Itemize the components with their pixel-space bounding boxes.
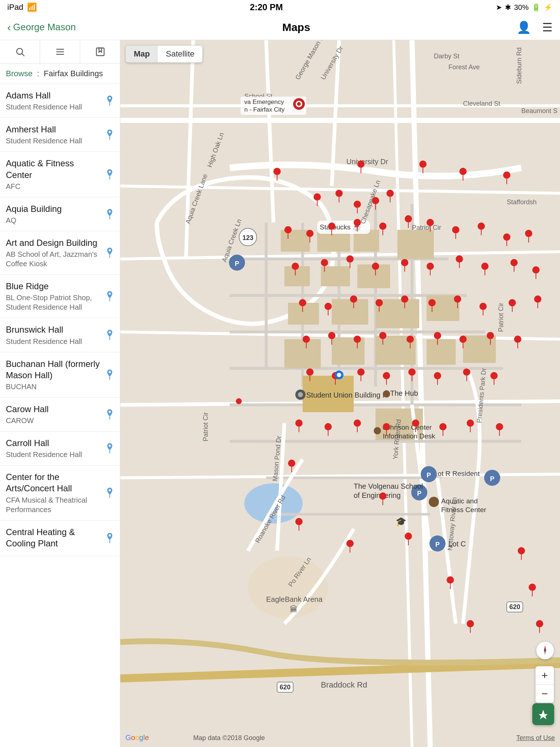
building-subtitle: Student Residence Hall bbox=[6, 136, 102, 146]
svg-point-196 bbox=[509, 299, 516, 306]
svg-point-152 bbox=[452, 226, 459, 233]
status-right: ➤ ✱ 30% 🔋 ⚡ bbox=[496, 3, 553, 12]
building-subtitle: Student Residence Hall bbox=[6, 450, 102, 459]
building-list[interactable]: Adams Hall Student Residence Hall Amhers… bbox=[0, 84, 120, 747]
building-subtitle: AFC bbox=[6, 182, 102, 191]
svg-text:Fitness Center: Fitness Center bbox=[441, 506, 486, 514]
map-pin-icon bbox=[105, 330, 114, 340]
bookmark-button[interactable] bbox=[80, 40, 120, 63]
map-view-button[interactable]: Map bbox=[126, 46, 158, 62]
zoom-out-button[interactable]: − bbox=[536, 685, 554, 703]
svg-point-122 bbox=[419, 160, 427, 168]
list-item[interactable]: Adams Hall Student Residence Hall bbox=[0, 84, 120, 118]
list-item[interactable]: Art and Design Building AB School of Art… bbox=[0, 231, 120, 275]
svg-text:620: 620 bbox=[280, 684, 291, 691]
compass-button[interactable] bbox=[536, 641, 554, 659]
svg-point-266 bbox=[529, 584, 536, 591]
back-label: George Mason bbox=[13, 22, 76, 33]
list-item[interactable]: Amherst Hall Student Residence Hall bbox=[0, 118, 120, 152]
map-pin-icon bbox=[105, 533, 114, 543]
svg-point-184 bbox=[350, 295, 357, 303]
list-item[interactable]: Carroll Hall Student Residence Hall bbox=[0, 431, 120, 465]
building-name: Buchanan Hall (formerly Mason Hall) bbox=[6, 358, 102, 381]
building-info: Buchanan Hall (formerly Mason Hall) BUCH… bbox=[6, 358, 102, 391]
terms-link[interactable]: Terms of Use bbox=[516, 734, 555, 742]
list-item[interactable]: Buchanan Hall (formerly Mason Hall) BUCH… bbox=[0, 352, 120, 398]
nav-icons: 👤 ☰ bbox=[517, 20, 553, 34]
building-name: Carow Hall bbox=[6, 403, 102, 415]
map-svg: 123 P P P P Starbucks ☕ Student Union Bu… bbox=[120, 40, 560, 747]
svg-point-236 bbox=[324, 423, 332, 430]
battery-label: 30% bbox=[514, 3, 529, 12]
map-zoom-controls[interactable]: + − bbox=[535, 666, 554, 703]
google-o-letter-1: o bbox=[131, 734, 135, 742]
svg-point-200 bbox=[303, 336, 310, 343]
svg-point-23 bbox=[109, 411, 111, 413]
svg-point-29 bbox=[109, 534, 111, 537]
list-item[interactable]: Central Heating & Cooling Plant bbox=[0, 520, 120, 556]
svg-point-148 bbox=[405, 215, 412, 222]
svg-text:P: P bbox=[235, 260, 239, 267]
svg-point-9 bbox=[109, 131, 111, 133]
nav-bar: ‹ George Mason Maps 👤 ☰ bbox=[0, 15, 560, 40]
building-subtitle: Student Residence Hall bbox=[6, 337, 102, 346]
svg-point-244 bbox=[439, 423, 447, 430]
building-name: Aquia Building bbox=[6, 203, 102, 214]
list-item[interactable]: Aquia Building AQ bbox=[0, 197, 120, 231]
svg-point-124 bbox=[459, 168, 467, 175]
svg-point-204 bbox=[354, 336, 361, 343]
building-subtitle: CFA Musical & Theatrical Performances bbox=[6, 495, 102, 514]
svg-text:Aquatic and: Aquatic and bbox=[441, 497, 478, 505]
map-satellite-toggle[interactable]: Map Satellite bbox=[125, 45, 203, 63]
svg-rect-43 bbox=[284, 339, 321, 368]
building-name: Blue Ridge bbox=[6, 280, 102, 292]
svg-point-25 bbox=[109, 445, 111, 447]
svg-point-250 bbox=[288, 460, 295, 467]
svg-point-178 bbox=[532, 266, 540, 274]
browse-label[interactable]: Browse bbox=[6, 69, 32, 78]
svg-text:Sideburn Rd: Sideburn Rd bbox=[516, 47, 523, 84]
building-info: Blue Ridge BL One-Stop Patriot Shop, Stu… bbox=[6, 280, 102, 312]
zoom-in-button[interactable]: + bbox=[536, 666, 554, 685]
svg-point-224 bbox=[383, 372, 390, 379]
svg-point-188 bbox=[401, 295, 408, 303]
user-icon[interactable]: 👤 bbox=[517, 20, 531, 34]
terms-of-use[interactable]: Terms of Use bbox=[516, 734, 555, 742]
location-button[interactable] bbox=[532, 703, 554, 725]
list-item[interactable]: Center for the Arts/Concert Hall CFA Mus… bbox=[0, 465, 120, 520]
building-name: Brunswick Hall bbox=[6, 324, 102, 335]
svg-point-198 bbox=[534, 295, 541, 303]
map-pin-icon bbox=[105, 169, 114, 179]
svg-marker-6 bbox=[99, 48, 101, 53]
menu-icon[interactable]: ☰ bbox=[542, 20, 553, 34]
satellite-view-button[interactable]: Satellite bbox=[158, 46, 202, 62]
svg-point-170 bbox=[427, 263, 434, 270]
svg-point-19 bbox=[109, 331, 111, 333]
map-pin-icon bbox=[105, 96, 114, 106]
svg-point-186 bbox=[376, 299, 383, 306]
svg-point-272 bbox=[236, 398, 242, 404]
svg-point-68 bbox=[383, 390, 390, 398]
svg-text:123: 123 bbox=[242, 234, 253, 241]
back-button[interactable]: ‹ George Mason bbox=[7, 21, 76, 34]
google-g-letter: G bbox=[125, 734, 131, 742]
building-name: Amherst Hall bbox=[6, 124, 102, 135]
svg-text:n - Fairfax City: n - Fairfax City bbox=[244, 106, 285, 113]
list-item[interactable]: Brunswick Hall Student Residence Hall bbox=[0, 318, 120, 352]
google-e-letter: e bbox=[145, 734, 149, 742]
svg-point-182 bbox=[324, 303, 332, 310]
list-item[interactable]: Blue Ridge BL One-Stop Patriot Shop, Stu… bbox=[0, 275, 120, 318]
svg-point-140 bbox=[306, 230, 314, 237]
svg-text:Johnson Center: Johnson Center bbox=[383, 423, 432, 431]
map-area[interactable]: 123 P P P P Starbucks ☕ Student Union Bu… bbox=[120, 40, 560, 747]
building-info: Art and Design Building AB School of Art… bbox=[6, 237, 102, 268]
list-item[interactable]: Aquatic & Fitness Center AFC bbox=[0, 152, 120, 197]
building-info: Amherst Hall Student Residence Hall bbox=[6, 124, 102, 146]
svg-rect-5 bbox=[96, 48, 104, 56]
svg-text:The Hub: The Hub bbox=[390, 389, 418, 397]
list-button[interactable] bbox=[40, 40, 80, 63]
svg-rect-47 bbox=[463, 336, 496, 363]
search-button[interactable] bbox=[0, 40, 40, 63]
list-item[interactable]: Carow Hall CAROW bbox=[0, 398, 120, 431]
svg-point-208 bbox=[407, 336, 414, 343]
